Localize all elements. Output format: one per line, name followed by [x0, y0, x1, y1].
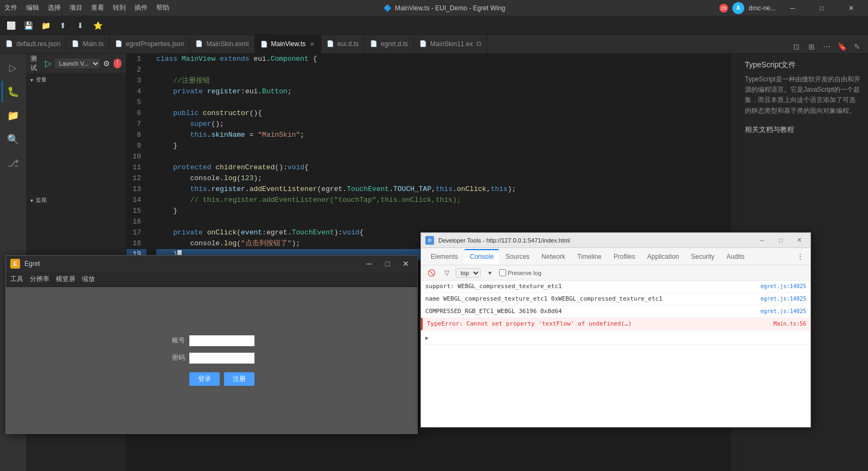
close-button[interactable]: ✕	[839, 0, 864, 16]
toolbar-new[interactable]: ⬜	[3, 18, 18, 33]
code-line-5	[156, 97, 732, 108]
tab-split-btn[interactable]: ⊡	[790, 40, 803, 53]
tab-main-skin[interactable]: 📄 MainSkin.exml	[190, 35, 254, 53]
code-line-15: }	[156, 206, 732, 217]
menu-select[interactable]: 选择	[48, 3, 61, 12]
devtools-tab-audits[interactable]: Audits	[721, 249, 750, 264]
log-source-0[interactable]: egret.js:14025	[761, 282, 806, 291]
devtools-console-content: support: WEBGL_compressed_texture_etc1 e…	[421, 281, 810, 427]
toolbar-down[interactable]: ⬇	[73, 18, 88, 33]
filter-icon[interactable]: ▽	[441, 267, 452, 279]
devtools-tab-console[interactable]: Console	[464, 249, 499, 264]
egret-tool-item-0[interactable]: 工具	[10, 275, 23, 284]
devtools-tab-bar: Elements Console Sources Network Timelin…	[421, 248, 810, 265]
toolbar-star[interactable]: ⭐	[90, 18, 105, 33]
password-input[interactable]	[189, 353, 254, 364]
tab-main-view[interactable]: 📄 MainView.ts ✕	[255, 35, 322, 53]
tab-icon-egret-d: 📄	[370, 40, 378, 47]
tab-split-icon[interactable]: ⊡	[476, 40, 481, 47]
tab-egret-props[interactable]: 📄 egretProperties.json	[110, 35, 190, 53]
log-source-2[interactable]: egret.js:14025	[761, 307, 806, 316]
menu-plugin[interactable]: 插件	[135, 3, 148, 12]
activity-search[interactable]: 🔍	[2, 129, 24, 150]
bookmark-btn[interactable]: 🔖	[835, 40, 848, 53]
devtools-tab-profiles[interactable]: Profiles	[608, 249, 641, 264]
devtools-title-bar: ⚙ Developer Tools - http://127.0.0.1:547…	[421, 233, 810, 248]
launch-config-select[interactable]: Launch V...	[55, 59, 100, 68]
devtools-maximize-btn[interactable]: □	[774, 234, 788, 246]
devtools-tab-timeline[interactable]: Timeline	[572, 249, 607, 264]
tab-label-main-skin11: MainSkin11.ex	[430, 40, 473, 48]
log-source-1[interactable]: egret.js:14025	[761, 294, 806, 304]
debug-settings-icon[interactable]: ⚙	[103, 59, 110, 68]
menu-file[interactable]: 文件	[4, 3, 17, 12]
devtools-tab-sources[interactable]: Sources	[500, 249, 535, 264]
clear-console-btn[interactable]: 🚫	[425, 267, 437, 279]
activity-run[interactable]: ▷	[2, 57, 24, 79]
log-text-1: name WEBGL_compressed_texture_etc1 0xWEB…	[425, 294, 756, 304]
egret-maximize-btn[interactable]: □	[380, 258, 394, 270]
username-row: 账号	[169, 335, 254, 346]
level-dropdown-btn[interactable]: ▾	[484, 267, 496, 279]
log-source-3[interactable]: Main.ts:56	[774, 319, 806, 329]
tab-close-main-view[interactable]: ✕	[309, 41, 315, 48]
toolbar-open[interactable]: 📁	[38, 18, 53, 33]
log-text-3: TypeError: Cannot set property 'textFlow…	[427, 319, 769, 329]
egret-canvas: 账号 密码 登录 注册	[6, 287, 417, 434]
egret-tool-item-2[interactable]: 横竖屏	[56, 275, 75, 284]
tab-label-egret-props: egretProperties.json	[126, 40, 184, 48]
menu-goto[interactable]: 转到	[113, 3, 126, 12]
register-button[interactable]: 注册	[224, 372, 254, 386]
menu-view[interactable]: 查看	[91, 3, 104, 12]
preserve-log-label[interactable]: Preserve log	[499, 269, 541, 276]
username-label: 账号	[169, 336, 185, 345]
maximize-button[interactable]: □	[809, 0, 834, 16]
login-form: 账号 密码 登录 注册	[169, 335, 254, 386]
tab-main-ts[interactable]: 📄 Main.ts	[66, 35, 110, 53]
menu-edit[interactable]: 编辑	[26, 3, 39, 12]
preserve-log-checkbox[interactable]	[499, 269, 506, 276]
activity-debug[interactable]: 🐛	[2, 81, 23, 103]
tab-main-skin11[interactable]: 📄 MainSkin11.ex ⊡	[414, 35, 487, 53]
expand-icon[interactable]: ▶	[425, 333, 429, 343]
menu-help[interactable]: 帮助	[156, 3, 169, 12]
tab-layout-btn[interactable]: ⊞	[805, 40, 818, 53]
activity-files[interactable]: 📁	[2, 105, 24, 126]
devtools-tab-application[interactable]: Application	[642, 249, 685, 264]
username-input[interactable]	[189, 335, 254, 346]
code-line-9: }	[156, 141, 732, 151]
egret-preview-window: E Egret ─ □ ✕ 工具 分辨率 横竖屏 缩放 账号 密码 登录 注册	[5, 255, 418, 434]
devtools-close-btn[interactable]: ✕	[792, 234, 806, 246]
login-button[interactable]: 登录	[189, 372, 220, 386]
watch-section[interactable]: ▾ 监视	[26, 193, 126, 205]
devtools-minimize-btn[interactable]: ─	[755, 234, 769, 246]
right-panel-link[interactable]: 相关文档与教程	[745, 125, 861, 135]
tab-default-res[interactable]: 📄 default.res.json	[0, 35, 66, 53]
toolbar-save[interactable]: 💾	[21, 18, 36, 33]
egret-tool-item-1[interactable]: 分辨率	[30, 275, 49, 284]
devtools-more-btn[interactable]: ⋮	[794, 251, 806, 263]
notification-badge[interactable]: 29	[719, 4, 728, 12]
code-line-2	[156, 65, 732, 75]
tab-eui-d[interactable]: 📄 eui.d.ts	[321, 35, 365, 53]
egret-tool-item-3[interactable]: 缩放	[82, 275, 95, 284]
devtools-tab-network[interactable]: Network	[536, 249, 571, 264]
code-line-13: this.register.addEventListener(egret.Tou…	[156, 184, 732, 195]
devtools-tab-security[interactable]: Security	[686, 249, 720, 264]
settings-btn[interactable]: ✎	[851, 40, 864, 53]
tab-egret-d[interactable]: 📄 egret.d.ts	[365, 35, 414, 53]
egret-minimize-btn[interactable]: ─	[362, 258, 376, 270]
devtools-tab-elements[interactable]: Elements	[425, 249, 463, 264]
variables-section[interactable]: ▾ 变量	[26, 73, 126, 85]
log-level-select[interactable]: top	[456, 268, 481, 278]
tab-more-btn[interactable]: ⋯	[820, 40, 833, 53]
debug-run-icon[interactable]: ▷	[45, 58, 52, 68]
egret-close-btn[interactable]: ✕	[399, 258, 413, 270]
menu-project[interactable]: 项目	[69, 3, 82, 12]
tab-overflow-actions: ⊡ ⊞ ⋯ 🔖 ✎	[790, 40, 868, 53]
toolbar-up[interactable]: ⬆	[55, 18, 71, 33]
password-row: 密码	[169, 353, 254, 364]
activity-git[interactable]: ⎇	[2, 152, 24, 174]
watch-chevron: ▾	[30, 198, 34, 203]
minimize-button[interactable]: ─	[780, 0, 805, 16]
